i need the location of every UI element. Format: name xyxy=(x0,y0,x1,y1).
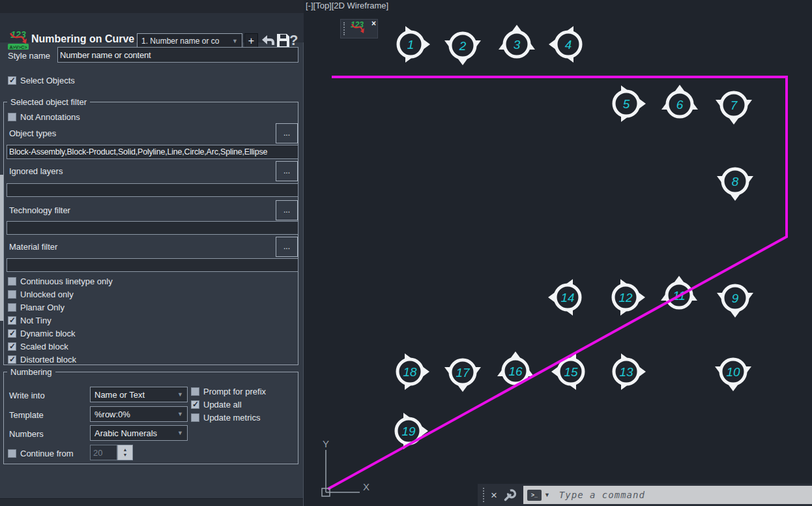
marker-number: 3 xyxy=(514,38,521,52)
not-annotations-checkbox[interactable] xyxy=(8,113,16,121)
template-dropdown[interactable]: %row:0% ▼ xyxy=(90,406,188,422)
ucs-x-label: X xyxy=(363,481,370,492)
marker-8[interactable]: 8 xyxy=(717,169,753,201)
checkbox-row: Scaled block xyxy=(8,341,113,351)
wrench-icon[interactable] xyxy=(504,488,517,501)
checkbox-row: Distorted block xyxy=(8,354,113,365)
command-prompt-icon[interactable]: >_ xyxy=(527,490,542,501)
select-objects-label: Select Objects xyxy=(20,76,75,85)
continue-from-value[interactable]: 20 xyxy=(90,445,117,460)
undo-icon[interactable] xyxy=(261,33,276,48)
close-icon[interactable]: × xyxy=(371,20,376,27)
checkbox-row: Prompt for prefix xyxy=(191,386,266,396)
style-name-input[interactable]: Number name or content xyxy=(57,47,298,63)
object-types-label: Object types xyxy=(9,128,56,138)
panel-header: 123 A>V>C> Numbering on Curve 1. Number … xyxy=(0,13,304,42)
marker-13[interactable]: 13 xyxy=(614,353,646,390)
object-types-browse-button[interactable]: ... xyxy=(276,123,298,143)
marker-1[interactable]: 1 xyxy=(398,26,430,63)
marker-4[interactable]: 4 xyxy=(549,26,581,63)
update-all-label: Update all xyxy=(203,400,242,409)
marker-7[interactable]: 7 xyxy=(716,93,752,125)
command-bar-grip-icon[interactable] xyxy=(483,488,484,502)
distorted-block-checkbox[interactable] xyxy=(8,355,16,364)
checkbox-row: Continuous linetype only xyxy=(8,276,113,286)
chevron-down-icon: ▼ xyxy=(177,430,183,436)
marker-3[interactable]: 3 xyxy=(499,25,535,57)
numbering-tool-icon[interactable]: 123 xyxy=(347,20,367,37)
update-metrics-checkbox[interactable] xyxy=(191,413,199,422)
chevron-down-icon: ▼ xyxy=(177,391,183,398)
not-tiny-checkbox[interactable] xyxy=(8,316,16,325)
update-metrics-label: Update metrics xyxy=(203,413,260,423)
checkbox-row: Update metrics xyxy=(191,412,266,423)
panel-top-strip xyxy=(0,0,304,13)
scaled-block-label: Scaled block xyxy=(20,342,68,351)
marker-number: 16 xyxy=(508,365,523,378)
marker-number: 19 xyxy=(401,424,416,438)
continue-from-spinner[interactable]: ▲ ▼ xyxy=(117,445,133,460)
technology-filter-browse-button[interactable]: ... xyxy=(276,200,298,220)
dynamic-block-checkbox[interactable] xyxy=(8,329,16,338)
distorted-block-label: Distorted block xyxy=(20,355,76,365)
numbering-mini-toolbar[interactable]: 123 × xyxy=(340,19,378,38)
marker-6[interactable]: 6 xyxy=(661,85,698,117)
scaled-block-checkbox[interactable] xyxy=(8,342,16,351)
marker-number: 2 xyxy=(459,39,467,53)
checkbox-row: Not Tiny xyxy=(8,315,113,325)
marker-number: 12 xyxy=(618,291,633,305)
material-filter-label: Material filter xyxy=(9,242,57,252)
object-types-value[interactable]: Block-Assembly,Block-Product,Solid,Polyl… xyxy=(7,145,298,159)
command-input[interactable]: >_ ▼ Type a command xyxy=(523,486,812,504)
write-into-dropdown[interactable]: Name or Text ▼ xyxy=(90,387,188,402)
style-name-label: Style name xyxy=(8,51,50,61)
marker-9[interactable]: 9 xyxy=(717,286,753,318)
close-icon[interactable]: × xyxy=(491,490,497,501)
material-filter-value[interactable] xyxy=(7,258,298,272)
marker-5[interactable]: 5 xyxy=(614,85,646,122)
material-filter-browse-button[interactable]: ... xyxy=(276,237,298,257)
select-objects-checkbox[interactable] xyxy=(8,76,16,85)
marker-15[interactable]: 15 xyxy=(551,353,583,390)
technology-filter-value[interactable] xyxy=(7,221,298,235)
prompt-for-prefix-label: Prompt for prefix xyxy=(203,387,266,396)
panel-scrollbar[interactable] xyxy=(0,175,3,321)
marker-17[interactable]: 17 xyxy=(444,360,481,392)
marker-2[interactable]: 2 xyxy=(444,33,481,65)
ignored-layers-value[interactable] xyxy=(7,183,298,197)
numbers-value: Arabic Numerals xyxy=(94,428,157,438)
marker-number: 15 xyxy=(564,365,578,379)
marker-10[interactable]: 10 xyxy=(715,359,751,391)
continue-from-checkbox[interactable] xyxy=(8,449,16,458)
panel-title: Numbering on Curve xyxy=(31,33,134,45)
numbering-options-list: Prompt for prefixUpdate allUpdate metric… xyxy=(191,386,266,425)
unlocked-only-checkbox[interactable] xyxy=(8,290,16,299)
chevron-down-icon[interactable]: ▼ xyxy=(544,492,550,498)
ignored-layers-label: Ignored layers xyxy=(9,166,63,176)
avc-numbering-logo: 123 A>V>C> xyxy=(7,29,30,52)
app-window: 123 A>V>C> Numbering on Curve 1. Number … xyxy=(0,0,812,506)
template-label: Template xyxy=(9,410,44,420)
toolbar-grip-icon[interactable] xyxy=(343,22,345,35)
numbers-dropdown[interactable]: Arabic Numerals ▼ xyxy=(90,425,188,441)
viewport-controls-label[interactable]: [-][Top][2D Wireframe] xyxy=(306,1,388,10)
drawing-viewport[interactable]: 12345678910111213141516171819 Y X [-][To… xyxy=(304,0,812,506)
marker-14[interactable]: 14 xyxy=(548,279,580,316)
spinner-up-icon[interactable]: ▲ xyxy=(123,447,128,453)
prompt-for-prefix-checkbox[interactable] xyxy=(191,387,199,396)
marker-number: 7 xyxy=(731,98,738,112)
checkbox-row: Unlocked only xyxy=(8,289,113,299)
add-style-button[interactable]: + xyxy=(244,33,258,48)
numbers-label: Numbers xyxy=(9,429,44,439)
marker-12[interactable]: 12 xyxy=(613,279,645,316)
style-preset-dropdown[interactable]: 1. Number name or co ▼ xyxy=(137,33,242,48)
unlocked-only-label: Unlocked only xyxy=(20,290,74,299)
save-icon[interactable] xyxy=(275,33,291,48)
marker-18[interactable]: 18 xyxy=(398,353,429,390)
spinner-down-icon[interactable]: ▼ xyxy=(123,453,128,458)
planar-only-checkbox[interactable] xyxy=(8,303,16,312)
update-all-checkbox[interactable] xyxy=(191,400,199,409)
panel-bottom-strip xyxy=(0,498,303,506)
continuous-linetype-only-checkbox[interactable] xyxy=(8,277,16,286)
ignored-layers-browse-button[interactable]: ... xyxy=(276,161,298,181)
